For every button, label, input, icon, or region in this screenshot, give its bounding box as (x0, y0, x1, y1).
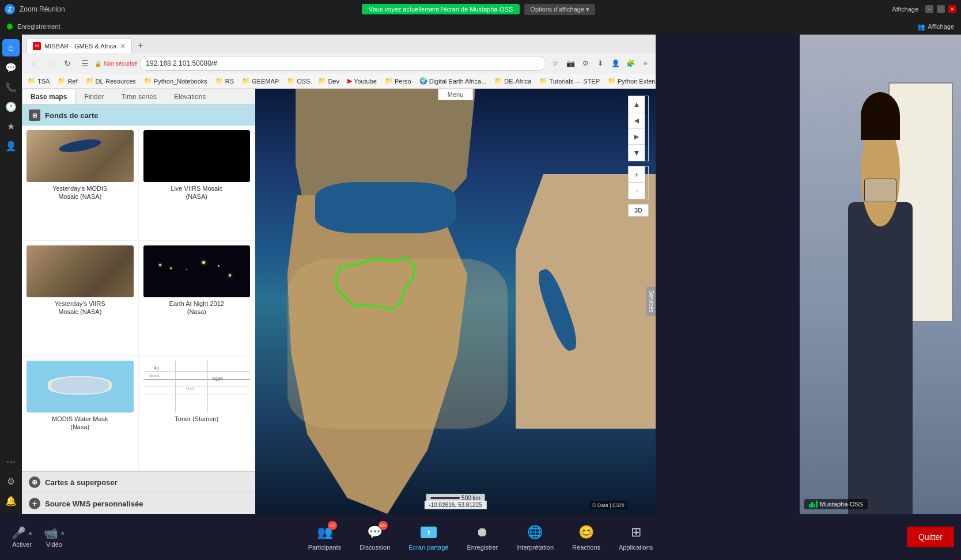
basemap-earth-night[interactable]: Earth At Night 2012(Nasa) (139, 241, 256, 356)
url-bar[interactable] (139, 56, 546, 71)
pan-down-button[interactable]: ▼ (629, 145, 645, 161)
download-icon[interactable]: ⬇ (593, 56, 607, 70)
basemap-viirs-live[interactable]: Live VIIRS Mosaic(NASA) (139, 126, 256, 241)
camera-icon[interactable]: 📷 (563, 56, 577, 70)
recording-indicator (7, 24, 13, 29)
bookmark-perso[interactable]: 📁Perso (383, 77, 414, 85)
tab-close-button[interactable]: ✕ (120, 42, 126, 50)
source-wms-header[interactable]: + Source WMS personnalisée (22, 493, 255, 514)
sidebar-more-icon[interactable]: ⋯ (2, 453, 20, 470)
participants-label: Participants (308, 544, 341, 551)
bookmark-dev[interactable]: 📁Dev (316, 77, 342, 85)
sidebar-settings-icon[interactable]: ⚙ (2, 472, 20, 490)
basemap-thumb-viirs-live (143, 130, 251, 182)
bookmark-dl[interactable]: 📁DL-Resources (84, 77, 138, 85)
forward-button[interactable]: › (43, 56, 58, 71)
bookmark-icon[interactable]: ☆ (548, 56, 562, 70)
bookmark-python-ext[interactable]: 📁Python Extension P... (606, 77, 656, 85)
3d-button[interactable]: 3D (628, 204, 649, 217)
maximize-button[interactable]: □ (937, 5, 945, 13)
enregistrer-button[interactable]: ⏺ Enregistrer (457, 519, 507, 555)
tab-base-maps[interactable]: Base maps (22, 89, 75, 104)
taskbar-left: 🎤 ∧ Activer 📹 ∧ Vidéo (7, 524, 69, 550)
sidebar-chat-icon[interactable]: 💬 (2, 59, 20, 76)
reactions-button[interactable]: 😊 Réactions (563, 519, 610, 555)
browser-tab[interactable]: M MISBAR - GMES & Africa ✕ (27, 38, 132, 53)
services-label[interactable]: Services (646, 287, 656, 316)
profile-icon[interactable]: 👤 (608, 56, 622, 70)
sidebar-star-icon[interactable]: ★ (2, 118, 20, 135)
extensions-icon[interactable]: 🧩 (623, 56, 637, 70)
menu-icon[interactable]: ≡ (638, 56, 652, 70)
bookmark-tsa[interactable]: 📁TSA (25, 77, 52, 85)
basemap-thumb-viirs-yesterday (27, 245, 134, 297)
applications-button[interactable]: ⊞ Applications (610, 519, 662, 555)
fonds-de-carte-header[interactable]: ⊞ Fonds de carte (22, 105, 255, 126)
back-button[interactable]: ‹ (25, 56, 40, 71)
bookmark-oss[interactable]: 📁OSS (285, 77, 312, 85)
bookmark-rs[interactable]: 📁RS (213, 77, 236, 85)
basemap-modis[interactable]: Yesterday's MODISMosaic (NASA) (22, 126, 139, 241)
pan-right-button[interactable]: ► (629, 128, 645, 145)
discussion-button[interactable]: 💬 65 Discussion (350, 519, 399, 555)
ecran-partage-button[interactable]: ⬆ Écran partagé (399, 519, 457, 555)
sidebar-contacts-icon[interactable]: 👤 (2, 137, 20, 154)
map-view[interactable]: Menu ▲ ◄ ► ▼ + − 3D (255, 89, 656, 514)
map-container[interactable]: Base maps Finder Time series Elevations … (22, 89, 656, 514)
screen-sharing-banner: Vous voyez actuellement l'écran de Musta… (362, 4, 520, 14)
person-silhouette (800, 35, 961, 514)
affichage-right[interactable]: 👥 Affichage (917, 23, 954, 31)
bookmarks-bar: 📁TSA 📁Ref 📁DL-Resources 📁Python_Notebook… (22, 74, 656, 89)
tab-elevations[interactable]: Elevations (165, 89, 214, 104)
pan-left-button[interactable]: ◄ (629, 112, 645, 128)
bookmark-youtube[interactable]: ▶Youtube (345, 77, 379, 85)
pan-up-button[interactable]: ▲ (629, 96, 645, 112)
new-tab-button[interactable]: + (132, 38, 149, 53)
reload-button[interactable]: ↻ (60, 56, 75, 71)
zoom-in-button[interactable]: + (629, 167, 645, 183)
quit-button[interactable]: Quitter (907, 527, 954, 547)
sidebar-clock-icon[interactable]: 🕐 (2, 98, 20, 115)
map-controls: ▲ ◄ ► ▼ + − 3D (628, 96, 649, 217)
minimize-button[interactable]: − (925, 5, 933, 13)
basemap-viirs-yesterday[interactable]: Yesterday's VIIRSMosaic (NASA) (22, 241, 139, 356)
sidebar-phone-icon[interactable]: 📞 (2, 78, 20, 96)
close-button[interactable]: ✕ (948, 5, 956, 13)
basemap-thumb-water (27, 361, 134, 413)
video-feed: Mustapha-OSS (800, 35, 961, 514)
display-options-button[interactable]: Options d'affichage ▾ (524, 4, 595, 15)
bookmark-tutorials[interactable]: 📁Tutorials — STEP (537, 77, 602, 85)
bookmark-de-africa[interactable]: 📁DE-Africa (492, 77, 534, 85)
bookmark-digitalearthafrica[interactable]: 🌍Digital Earth Africa... (417, 77, 489, 85)
basemap-toner[interactable]: Ag Algeria Libya Egypt Toner (Stamen) (139, 356, 256, 471)
video-control[interactable]: 📹 ∧ Vidéo (39, 524, 69, 550)
cartes-superposer-header[interactable]: ⊕ Cartes à superposer (22, 471, 255, 493)
bookmark-geemap[interactable]: 📁GEEMAP (240, 77, 281, 85)
source-wms-label: Source WMS personnalisée (45, 500, 143, 508)
bookmark-ref[interactable]: 📁Ref (55, 77, 80, 85)
activer-control[interactable]: 🎤 ∧ Activer (7, 524, 37, 550)
applications-icon: ⊞ (627, 523, 645, 542)
ecran-partage-label: Écran partagé (408, 544, 448, 551)
discussion-icon: 💬 65 (366, 523, 384, 542)
interpretation-button[interactable]: 🌐 Interprétation (507, 519, 563, 555)
sidebar-bell-icon[interactable]: 🔔 (2, 492, 20, 509)
basemap-label-toner: Toner (Stamen) (143, 415, 251, 423)
reactions-icon: 😊 (577, 523, 596, 542)
interpretation-icon: 🌐 (526, 523, 544, 542)
zoom-out-button[interactable]: − (629, 183, 645, 199)
participants-button[interactable]: 👥 37 Participants (299, 519, 350, 555)
sidebar-home-icon[interactable]: ⌂ (2, 39, 20, 56)
cartes-superposer-label: Cartes à superposer (45, 478, 118, 487)
participant-video-panel: Mustapha-OSS (800, 35, 961, 514)
bookmark-python[interactable]: 📁Python_Notebooks (142, 77, 210, 85)
tab-time-series[interactable]: Time series (112, 89, 165, 104)
discussion-label: Discussion (360, 544, 390, 551)
reactions-label: Réactions (572, 544, 600, 551)
home-button[interactable]: ☰ (77, 56, 92, 71)
tab-finder[interactable]: Finder (75, 89, 112, 104)
map-menu-button[interactable]: Menu (438, 89, 474, 100)
discussion-badge: 65 (379, 521, 388, 530)
basemap-water[interactable]: MODIS Water Mask(Nasa) (22, 356, 139, 471)
settings-icon[interactable]: ⚙ (578, 56, 592, 70)
